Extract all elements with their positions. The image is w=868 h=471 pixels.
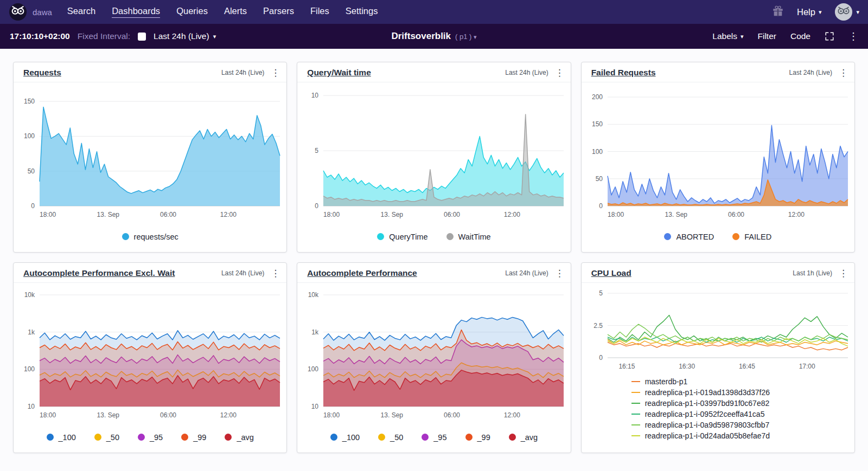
svg-text:13. Sep: 13. Sep xyxy=(97,211,120,218)
failed-requests-legend: ABORTEDFAILED xyxy=(582,221,854,252)
legend-dot-icon xyxy=(94,434,101,441)
chevron-down-icon: ▾ xyxy=(474,34,477,40)
panel-time-label: Last 24h (Live) xyxy=(505,69,548,76)
panel-title[interactable]: Query/Wait time xyxy=(307,68,371,78)
legend-item[interactable]: _avg xyxy=(509,433,538,442)
panel-menu-icon[interactable]: ⋮ xyxy=(839,269,848,278)
nav-item-search[interactable]: Search xyxy=(67,6,95,18)
legend-item[interactable]: readreplica-p1-i-0952f2ceeffa41ca5 xyxy=(631,410,765,418)
legend-item[interactable]: ABORTED xyxy=(664,233,714,241)
legend-item[interactable]: QueryTime xyxy=(377,233,427,241)
legend-dot-icon xyxy=(664,233,671,240)
panel-time-label: Last 24h (Live) xyxy=(505,269,548,277)
nav-item-alerts[interactable]: Alerts xyxy=(224,6,247,18)
nav-item-files[interactable]: Files xyxy=(310,6,329,18)
cpu-load-chart[interactable]: 02.5516:1516:3016:4517:00 xyxy=(582,283,854,373)
legend-item[interactable]: _avg xyxy=(225,433,253,442)
legend-dot-icon xyxy=(509,434,516,441)
svg-text:1k: 1k xyxy=(312,328,320,336)
legend-label: _50 xyxy=(390,433,403,442)
legend-line-icon xyxy=(631,403,640,404)
legend-item[interactable]: readreplica-p1-i-0a9d59879803cfbb7 xyxy=(631,421,770,429)
code-button[interactable]: Code xyxy=(790,31,810,41)
panel-menu-icon[interactable]: ⋮ xyxy=(271,269,280,278)
legend-line-icon xyxy=(631,392,640,393)
panel-title[interactable]: Autocomplete Performance xyxy=(307,268,417,278)
panel-title[interactable]: Requests xyxy=(23,68,61,78)
legend-dot-icon xyxy=(465,434,473,441)
repo-name[interactable]: dawa xyxy=(33,8,52,17)
svg-text:16:15: 16:15 xyxy=(618,363,635,370)
svg-text:06:00: 06:00 xyxy=(728,211,744,218)
legend-item[interactable]: readreplica-p1-i-0d24ada05b8efae7d xyxy=(631,431,770,440)
autocomplete-chart[interactable]: 101001k10k18:0013. Sep06:0012:00 xyxy=(297,283,570,422)
svg-text:150: 150 xyxy=(24,98,35,105)
legend-item[interactable]: _100 xyxy=(47,433,76,442)
svg-text:2.5: 2.5 xyxy=(593,322,603,330)
fixed-interval-checkbox[interactable] xyxy=(138,33,146,41)
legend-dot-icon xyxy=(181,434,188,441)
legend-label: ABORTED xyxy=(676,233,714,241)
filter-button[interactable]: Filter xyxy=(757,31,776,41)
autocomplete-excl-wait-legend: _100_50_95_99_avg xyxy=(14,422,286,453)
labels-label: Labels xyxy=(712,31,737,41)
fullscreen-icon[interactable] xyxy=(825,31,834,41)
requests-chart[interactable]: 05010015018:0013. Sep06:0012:00 xyxy=(14,82,286,221)
panel-menu-icon[interactable]: ⋮ xyxy=(555,269,564,278)
nav-item-parsers[interactable]: Parsers xyxy=(263,6,294,18)
legend-item[interactable]: _95 xyxy=(138,433,163,442)
app-logo-owl-icon[interactable] xyxy=(9,3,27,21)
panel-menu-icon[interactable]: ⋮ xyxy=(271,68,280,78)
legend-item[interactable]: _95 xyxy=(422,433,446,442)
failed-requests-chart[interactable]: 05010015020018:0013. Sep06:0012:00 xyxy=(582,82,854,221)
legend-item[interactable]: requests/sec xyxy=(122,233,178,241)
svg-text:06:00: 06:00 xyxy=(160,411,176,419)
autocomplete-excl-wait-chart[interactable]: 101001k10k18:0013. Sep06:0012:00 xyxy=(14,283,286,422)
panel-query-wait-time: Query/Wait time Last 24h (Live) ⋮ 051018… xyxy=(297,62,571,253)
toolbar-menu-icon[interactable]: ⋮ xyxy=(848,30,858,42)
panel-title[interactable]: Autocomplete Performance Excl. Wait xyxy=(23,268,175,278)
panel-title[interactable]: Failed Requests xyxy=(591,68,656,78)
panel-title[interactable]: CPU Load xyxy=(591,268,631,278)
legend-item[interactable]: _99 xyxy=(181,433,206,442)
svg-text:100: 100 xyxy=(24,365,35,373)
legend-dot-icon xyxy=(47,434,54,441)
svg-text:13. Sep: 13. Sep xyxy=(97,411,120,419)
time-range-label: Last 24h (Live) xyxy=(154,31,209,41)
legend-line-icon xyxy=(631,424,640,425)
labels-dropdown[interactable]: Labels ▾ xyxy=(712,31,743,41)
legend-dot-icon xyxy=(422,434,429,441)
query-wait-chart[interactable]: 051018:0013. Sep06:0012:00 xyxy=(297,82,570,221)
legend-item[interactable]: readreplica-p1-i-019ad1398d3d37f26 xyxy=(631,388,770,397)
legend-item[interactable]: masterdb-p1 xyxy=(631,377,688,386)
legend-line-icon xyxy=(631,414,640,415)
legend-dot-icon xyxy=(138,434,145,441)
legend-item[interactable]: _100 xyxy=(330,433,360,442)
panel-menu-icon[interactable]: ⋮ xyxy=(555,68,564,78)
legend-item[interactable]: readreplica-p1-i-03997bd91f0c67e82 xyxy=(631,399,770,408)
legend-item[interactable]: _50 xyxy=(378,433,403,442)
nav-item-dashboards[interactable]: Dashboards xyxy=(112,6,160,18)
legend-dot-icon xyxy=(446,233,454,240)
dashboard-toolbar: 17:10:10+02:00 Fixed Interval: Last 24h … xyxy=(0,24,868,49)
svg-text:50: 50 xyxy=(595,175,603,183)
svg-text:13. Sep: 13. Sep xyxy=(665,211,687,218)
nav-item-settings[interactable]: Settings xyxy=(346,6,378,18)
gift-icon[interactable] xyxy=(772,5,784,19)
svg-text:50: 50 xyxy=(28,167,35,175)
help-menu[interactable]: Help ▾ xyxy=(797,7,821,17)
chevron-down-icon: ▾ xyxy=(741,33,744,40)
svg-text:10: 10 xyxy=(28,403,35,410)
legend-item[interactable]: _50 xyxy=(94,433,119,442)
svg-text:1k: 1k xyxy=(28,328,35,336)
time-range-dropdown[interactable]: Last 24h (Live) ▾ xyxy=(154,31,216,41)
legend-item[interactable]: FAILED xyxy=(732,233,771,241)
legend-item[interactable]: WaitTime xyxy=(446,233,491,241)
legend-item[interactable]: _99 xyxy=(465,433,490,442)
user-menu[interactable]: ▾ xyxy=(834,3,859,21)
svg-text:18:00: 18:00 xyxy=(608,211,624,218)
legend-label: FAILED xyxy=(744,233,771,241)
panel-menu-icon[interactable]: ⋮ xyxy=(839,68,848,78)
nav-item-queries[interactable]: Queries xyxy=(176,6,208,18)
dashboard-variant-dropdown[interactable]: ( p1 ) ▾ xyxy=(455,33,477,41)
